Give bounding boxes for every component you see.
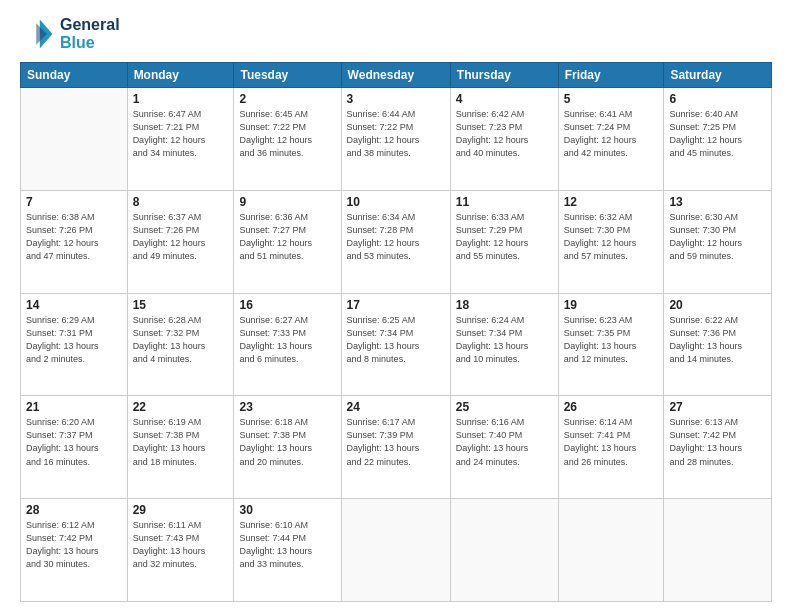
weekday-header-monday: Monday	[127, 63, 234, 88]
calendar-week-4: 21Sunrise: 6:20 AMSunset: 7:37 PMDayligh…	[21, 396, 772, 499]
calendar-cell: 16Sunrise: 6:27 AMSunset: 7:33 PMDayligh…	[234, 293, 341, 396]
day-number: 4	[456, 92, 553, 106]
day-number: 22	[133, 400, 229, 414]
calendar-cell: 11Sunrise: 6:33 AMSunset: 7:29 PMDayligh…	[450, 190, 558, 293]
day-number: 14	[26, 298, 122, 312]
calendar-cell: 9Sunrise: 6:36 AMSunset: 7:27 PMDaylight…	[234, 190, 341, 293]
day-number: 15	[133, 298, 229, 312]
day-info: Sunrise: 6:20 AMSunset: 7:37 PMDaylight:…	[26, 416, 122, 468]
header: General Blue	[20, 16, 772, 52]
day-info: Sunrise: 6:44 AMSunset: 7:22 PMDaylight:…	[347, 108, 445, 160]
day-number: 13	[669, 195, 766, 209]
weekday-header-wednesday: Wednesday	[341, 63, 450, 88]
day-number: 7	[26, 195, 122, 209]
logo: General Blue	[20, 16, 120, 52]
calendar-cell: 5Sunrise: 6:41 AMSunset: 7:24 PMDaylight…	[558, 88, 664, 191]
day-info: Sunrise: 6:16 AMSunset: 7:40 PMDaylight:…	[456, 416, 553, 468]
day-number: 3	[347, 92, 445, 106]
calendar-cell	[21, 88, 128, 191]
day-info: Sunrise: 6:22 AMSunset: 7:36 PMDaylight:…	[669, 314, 766, 366]
day-info: Sunrise: 6:12 AMSunset: 7:42 PMDaylight:…	[26, 519, 122, 571]
day-info: Sunrise: 6:28 AMSunset: 7:32 PMDaylight:…	[133, 314, 229, 366]
day-number: 18	[456, 298, 553, 312]
day-number: 2	[239, 92, 335, 106]
day-info: Sunrise: 6:37 AMSunset: 7:26 PMDaylight:…	[133, 211, 229, 263]
day-info: Sunrise: 6:45 AMSunset: 7:22 PMDaylight:…	[239, 108, 335, 160]
calendar-cell: 24Sunrise: 6:17 AMSunset: 7:39 PMDayligh…	[341, 396, 450, 499]
calendar-cell: 2Sunrise: 6:45 AMSunset: 7:22 PMDaylight…	[234, 88, 341, 191]
calendar-cell: 8Sunrise: 6:37 AMSunset: 7:26 PMDaylight…	[127, 190, 234, 293]
calendar-cell: 19Sunrise: 6:23 AMSunset: 7:35 PMDayligh…	[558, 293, 664, 396]
day-number: 20	[669, 298, 766, 312]
day-number: 24	[347, 400, 445, 414]
weekday-header-sunday: Sunday	[21, 63, 128, 88]
day-info: Sunrise: 6:27 AMSunset: 7:33 PMDaylight:…	[239, 314, 335, 366]
calendar-cell: 23Sunrise: 6:18 AMSunset: 7:38 PMDayligh…	[234, 396, 341, 499]
day-info: Sunrise: 6:29 AMSunset: 7:31 PMDaylight:…	[26, 314, 122, 366]
calendar-cell: 3Sunrise: 6:44 AMSunset: 7:22 PMDaylight…	[341, 88, 450, 191]
calendar-cell: 27Sunrise: 6:13 AMSunset: 7:42 PMDayligh…	[664, 396, 772, 499]
page: General Blue SundayMondayTuesdayWednesda…	[0, 0, 792, 612]
calendar-cell	[341, 499, 450, 602]
day-info: Sunrise: 6:32 AMSunset: 7:30 PMDaylight:…	[564, 211, 659, 263]
day-number: 10	[347, 195, 445, 209]
calendar-cell: 1Sunrise: 6:47 AMSunset: 7:21 PMDaylight…	[127, 88, 234, 191]
day-number: 26	[564, 400, 659, 414]
day-info: Sunrise: 6:36 AMSunset: 7:27 PMDaylight:…	[239, 211, 335, 263]
calendar-cell: 21Sunrise: 6:20 AMSunset: 7:37 PMDayligh…	[21, 396, 128, 499]
weekday-header-row: SundayMondayTuesdayWednesdayThursdayFrid…	[21, 63, 772, 88]
day-number: 28	[26, 503, 122, 517]
calendar-cell: 6Sunrise: 6:40 AMSunset: 7:25 PMDaylight…	[664, 88, 772, 191]
calendar-cell: 28Sunrise: 6:12 AMSunset: 7:42 PMDayligh…	[21, 499, 128, 602]
day-info: Sunrise: 6:25 AMSunset: 7:34 PMDaylight:…	[347, 314, 445, 366]
weekday-header-tuesday: Tuesday	[234, 63, 341, 88]
calendar-cell: 25Sunrise: 6:16 AMSunset: 7:40 PMDayligh…	[450, 396, 558, 499]
day-number: 9	[239, 195, 335, 209]
calendar-week-2: 7Sunrise: 6:38 AMSunset: 7:26 PMDaylight…	[21, 190, 772, 293]
calendar-cell: 12Sunrise: 6:32 AMSunset: 7:30 PMDayligh…	[558, 190, 664, 293]
day-number: 29	[133, 503, 229, 517]
day-number: 27	[669, 400, 766, 414]
day-number: 25	[456, 400, 553, 414]
calendar-cell: 20Sunrise: 6:22 AMSunset: 7:36 PMDayligh…	[664, 293, 772, 396]
calendar-cell: 17Sunrise: 6:25 AMSunset: 7:34 PMDayligh…	[341, 293, 450, 396]
day-number: 5	[564, 92, 659, 106]
calendar-cell: 30Sunrise: 6:10 AMSunset: 7:44 PMDayligh…	[234, 499, 341, 602]
calendar-cell: 7Sunrise: 6:38 AMSunset: 7:26 PMDaylight…	[21, 190, 128, 293]
day-info: Sunrise: 6:10 AMSunset: 7:44 PMDaylight:…	[239, 519, 335, 571]
day-info: Sunrise: 6:11 AMSunset: 7:43 PMDaylight:…	[133, 519, 229, 571]
logo-text: General Blue	[60, 16, 120, 52]
calendar-cell	[664, 499, 772, 602]
day-info: Sunrise: 6:18 AMSunset: 7:38 PMDaylight:…	[239, 416, 335, 468]
calendar-cell	[558, 499, 664, 602]
weekday-header-saturday: Saturday	[664, 63, 772, 88]
day-info: Sunrise: 6:19 AMSunset: 7:38 PMDaylight:…	[133, 416, 229, 468]
calendar-cell: 15Sunrise: 6:28 AMSunset: 7:32 PMDayligh…	[127, 293, 234, 396]
weekday-header-thursday: Thursday	[450, 63, 558, 88]
calendar-cell: 26Sunrise: 6:14 AMSunset: 7:41 PMDayligh…	[558, 396, 664, 499]
calendar-cell: 4Sunrise: 6:42 AMSunset: 7:23 PMDaylight…	[450, 88, 558, 191]
day-number: 16	[239, 298, 335, 312]
day-info: Sunrise: 6:33 AMSunset: 7:29 PMDaylight:…	[456, 211, 553, 263]
day-number: 17	[347, 298, 445, 312]
calendar-week-1: 1Sunrise: 6:47 AMSunset: 7:21 PMDaylight…	[21, 88, 772, 191]
calendar-cell: 22Sunrise: 6:19 AMSunset: 7:38 PMDayligh…	[127, 396, 234, 499]
day-info: Sunrise: 6:47 AMSunset: 7:21 PMDaylight:…	[133, 108, 229, 160]
logo-icon	[20, 16, 56, 52]
day-info: Sunrise: 6:41 AMSunset: 7:24 PMDaylight:…	[564, 108, 659, 160]
calendar-table: SundayMondayTuesdayWednesdayThursdayFrid…	[20, 62, 772, 602]
calendar-week-3: 14Sunrise: 6:29 AMSunset: 7:31 PMDayligh…	[21, 293, 772, 396]
day-info: Sunrise: 6:23 AMSunset: 7:35 PMDaylight:…	[564, 314, 659, 366]
day-number: 8	[133, 195, 229, 209]
day-info: Sunrise: 6:13 AMSunset: 7:42 PMDaylight:…	[669, 416, 766, 468]
day-info: Sunrise: 6:24 AMSunset: 7:34 PMDaylight:…	[456, 314, 553, 366]
calendar-week-5: 28Sunrise: 6:12 AMSunset: 7:42 PMDayligh…	[21, 499, 772, 602]
calendar-cell: 13Sunrise: 6:30 AMSunset: 7:30 PMDayligh…	[664, 190, 772, 293]
day-info: Sunrise: 6:14 AMSunset: 7:41 PMDaylight:…	[564, 416, 659, 468]
day-number: 11	[456, 195, 553, 209]
calendar-cell: 10Sunrise: 6:34 AMSunset: 7:28 PMDayligh…	[341, 190, 450, 293]
day-info: Sunrise: 6:42 AMSunset: 7:23 PMDaylight:…	[456, 108, 553, 160]
day-info: Sunrise: 6:40 AMSunset: 7:25 PMDaylight:…	[669, 108, 766, 160]
day-number: 1	[133, 92, 229, 106]
weekday-header-friday: Friday	[558, 63, 664, 88]
